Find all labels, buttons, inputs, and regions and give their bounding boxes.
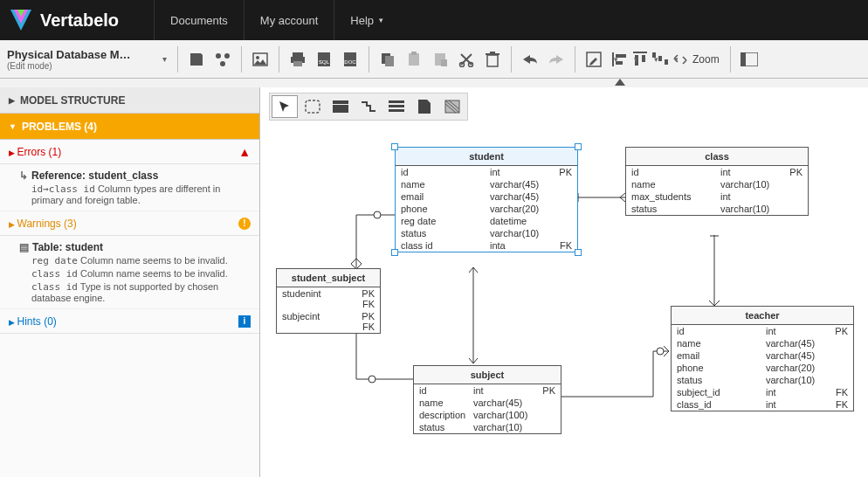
hints-label: Hints (0)	[17, 315, 57, 328]
caret-down-icon[interactable]: ▾	[162, 54, 167, 64]
panel-errors[interactable]: ▶ Errors (1) ▲	[0, 140, 259, 164]
table-row[interactable]: namevarchar(10)	[626, 178, 808, 190]
table-row[interactable]: descriptionvarchar(100)	[414, 409, 561, 421]
logo[interactable]: Vertabelo	[7, 6, 119, 34]
caret-down-icon[interactable]: ▾	[614, 55, 618, 64]
table-body: idintPKnamevarchar(45)emailvarchar(45)ph…	[672, 325, 853, 411]
svg-rect-37	[741, 52, 746, 66]
svg-rect-18	[411, 52, 417, 55]
table-student[interactable]: student idintPKnamevarchar(45)emailvarch…	[395, 147, 578, 252]
table-class[interactable]: class idintPKnamevarchar(10)max_students…	[625, 147, 809, 216]
caret-down-icon: ▾	[379, 16, 383, 24]
resize-handle[interactable]	[391, 143, 398, 150]
tool-area[interactable]	[439, 95, 465, 118]
entry-text: Column name seems to be invalid.	[80, 255, 228, 266]
table-student-subject[interactable]: student_subject studenintPK FKsubjecintP…	[276, 268, 381, 334]
svg-rect-17	[409, 53, 419, 66]
svg-point-3	[216, 53, 221, 59]
canvas-toolbar	[269, 93, 468, 121]
table-row[interactable]: phonevarchar(20)	[672, 362, 853, 374]
diagram-canvas[interactable]: student idintPKnamevarchar(45)emailvarch…	[260, 87, 868, 477]
panel-model-structure[interactable]: ▶ MODEL STRUCTURE	[0, 87, 259, 114]
export-image-button[interactable]	[247, 46, 273, 73]
caret-down-icon[interactable]: ▾	[634, 55, 638, 64]
brand-text: Vertabelo	[40, 10, 119, 31]
tool-table[interactable]	[327, 95, 354, 118]
table-row[interactable]: max_studentsint	[626, 190, 808, 203]
warnings-label: Warnings (3)	[17, 218, 77, 230]
table-row[interactable]: statusvarchar(10)	[414, 421, 561, 433]
caret-up-icon[interactable]	[615, 79, 625, 86]
table-body: idintPKnamevarchar(10)max_studentsintsta…	[626, 166, 808, 215]
table-row[interactable]: statusvarchar(10)	[396, 227, 577, 239]
table-row[interactable]: reg datedatetime	[396, 215, 577, 227]
table-row[interactable]: phonevarchar(20)	[396, 203, 577, 215]
undo-button[interactable]	[517, 46, 543, 73]
table-teacher[interactable]: teacher idintPKnamevarchar(45)emailvarch…	[671, 306, 854, 411]
tool-note[interactable]	[411, 95, 437, 118]
problem-entry[interactable]: ▤Table: student reg date Column name see…	[0, 236, 259, 309]
table-row[interactable]: subject_idintFK	[672, 386, 853, 398]
resize-handle[interactable]	[575, 143, 582, 150]
panel-warnings[interactable]: ▶ Warnings (3) !	[0, 211, 259, 236]
redo-button	[543, 46, 569, 73]
table-subject[interactable]: subject idintPKnamevarchar(45)descriptio…	[413, 365, 561, 434]
delete-button[interactable]	[479, 46, 506, 73]
resize-handle[interactable]	[575, 249, 582, 256]
panel-problems[interactable]: ▼ PROBLEMS (4)	[0, 114, 259, 140]
table-row[interactable]: class_idintFK	[672, 398, 853, 411]
separator	[575, 46, 575, 73]
resize-handle[interactable]	[391, 249, 398, 256]
table-row[interactable]: idintPK	[396, 166, 577, 178]
tool-view[interactable]	[383, 95, 410, 118]
table-row[interactable]: idintPK	[626, 166, 808, 178]
nav-documents[interactable]: Documents	[154, 0, 244, 40]
problem-entry[interactable]: ↳Reference: student_class id→class id Co…	[0, 164, 259, 211]
svg-rect-25	[490, 52, 495, 53]
share-button[interactable]	[210, 46, 236, 73]
table-row[interactable]: studenintPK FK	[277, 287, 380, 310]
table-row[interactable]: emailvarchar(45)	[396, 190, 577, 203]
caret-down-icon[interactable]: ▾	[654, 55, 658, 64]
resize-button[interactable]	[667, 46, 693, 73]
cut-button[interactable]	[453, 46, 479, 73]
table-row[interactable]: subjecintPK FK	[277, 310, 380, 333]
panel-hints[interactable]: ▶ Hints (0) i	[0, 309, 259, 334]
table-row[interactable]: namevarchar(45)	[414, 397, 561, 409]
print-button[interactable]	[285, 46, 311, 73]
save-button[interactable]	[183, 46, 210, 73]
entry-code: reg date	[31, 255, 78, 266]
export-sql-button[interactable]: SQL	[311, 46, 337, 73]
doc-title: Physical Database M…	[7, 48, 162, 61]
entry-code: class id	[31, 281, 78, 293]
table-row[interactable]: idintPK	[672, 325, 853, 337]
nav-help[interactable]: Help ▾	[334, 0, 399, 40]
table-row[interactable]: emailvarchar(45)	[672, 349, 853, 362]
tool-reference[interactable]	[355, 95, 382, 118]
doc-title-block[interactable]: Physical Database M… (Edit mode)	[7, 48, 162, 71]
table-row[interactable]: namevarchar(45)	[396, 178, 577, 190]
svg-rect-24	[486, 53, 499, 55]
top-navbar: Vertabelo Documents My account Help ▾	[0, 0, 868, 40]
table-row[interactable]: namevarchar(45)	[672, 337, 853, 349]
separator	[730, 46, 731, 73]
tool-select[interactable]	[272, 95, 298, 118]
table-row[interactable]: class idintaFK	[396, 239, 577, 252]
table-row[interactable]: idintPK	[414, 384, 561, 397]
svg-rect-34	[658, 56, 662, 61]
triangle-right-icon: ▶	[9, 96, 15, 105]
zoom-label[interactable]: Zoom	[692, 53, 720, 66]
table-body: idintPKnamevarchar(45)descriptionvarchar…	[414, 384, 561, 433]
table-row[interactable]: statusvarchar(10)	[626, 203, 808, 215]
export-doc-button[interactable]: DOC	[337, 46, 363, 73]
tool-marquee[interactable]	[300, 95, 326, 118]
nav-my-account[interactable]: My account	[244, 0, 334, 40]
panel-title: MODEL STRUCTURE	[20, 94, 125, 107]
svg-point-5	[220, 61, 225, 66]
caret-down-icon[interactable]: ▾	[674, 55, 679, 64]
copy-button[interactable]	[375, 46, 401, 73]
edit-button[interactable]	[581, 46, 607, 73]
panel-toggle-button[interactable]	[736, 46, 762, 73]
table-header: class	[626, 148, 808, 166]
table-row[interactable]: statusvarchar(10)	[672, 374, 853, 386]
